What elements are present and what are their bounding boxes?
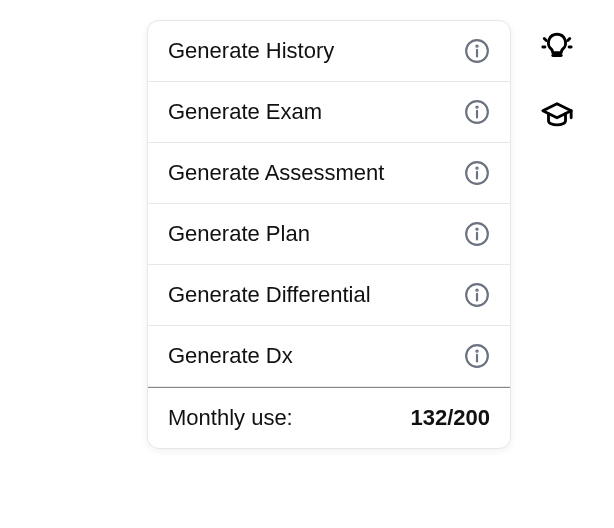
generate-menu-panel: Generate History Generate Exam Generate … [147,20,511,449]
svg-line-19 [568,39,570,41]
menu-item-label: Generate Exam [168,99,322,125]
menu-item-label: Generate Dx [168,343,293,369]
menu-item-generate-differential[interactable]: Generate Differential [148,265,510,326]
info-icon[interactable] [464,221,490,247]
usage-label: Monthly use: [168,405,293,431]
info-icon[interactable] [464,38,490,64]
info-icon[interactable] [464,99,490,125]
menu-item-generate-history[interactable]: Generate History [148,21,510,82]
svg-point-17 [476,350,477,351]
svg-point-2 [476,45,477,46]
info-icon[interactable] [464,160,490,186]
menu-item-label: Generate Plan [168,221,310,247]
menu-item-generate-dx[interactable]: Generate Dx [148,326,510,387]
usage-row: Monthly use: 132/200 [148,387,510,448]
svg-point-5 [476,106,477,107]
svg-point-8 [476,167,477,168]
graduation-cap-icon[interactable] [540,98,574,132]
svg-point-14 [476,289,477,290]
menu-item-generate-plan[interactable]: Generate Plan [148,204,510,265]
menu-item-label: Generate Assessment [168,160,384,186]
info-icon[interactable] [464,282,490,308]
side-icon-bar [540,30,574,132]
menu-item-label: Generate History [168,38,334,64]
usage-value: 132/200 [410,405,490,431]
menu-item-generate-assessment[interactable]: Generate Assessment [148,143,510,204]
menu-item-label: Generate Differential [168,282,371,308]
svg-line-18 [544,39,546,41]
svg-point-11 [476,228,477,229]
lightbulb-icon[interactable] [540,30,574,64]
menu-item-generate-exam[interactable]: Generate Exam [148,82,510,143]
info-icon[interactable] [464,343,490,369]
